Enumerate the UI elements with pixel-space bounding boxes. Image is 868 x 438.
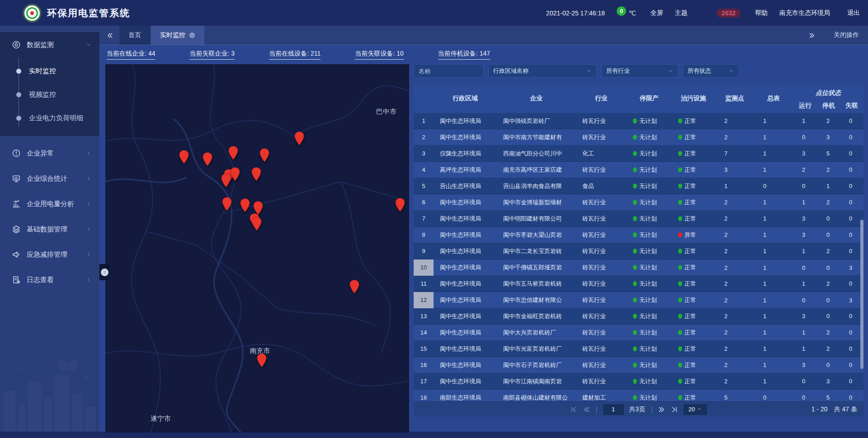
stat-label: 当前在线企业: [107, 50, 146, 57]
table-row[interactable]: 17 阆中生态环境局 阆中市江南镇阆南页岩 砖瓦行业 无计划 正常 2 1 0 … [414, 373, 863, 390]
row-number: 6 [414, 199, 434, 206]
last-page-icon[interactable] [671, 406, 678, 413]
cell-industry: 砖瓦行业 [576, 377, 627, 386]
map-pin-icon[interactable] [349, 279, 360, 294]
sidebar-subitem-label: 视频监控 [29, 90, 56, 99]
table-row[interactable]: 14 阆中生态环境局 阆中大兴页岩机砖厂 砖瓦行业 无计划 正常 2 1 1 2… [414, 325, 863, 341]
chevron-left-icon [86, 200, 91, 208]
tab-active[interactable]: 实时监控 [151, 26, 204, 45]
row-number: 10 [414, 259, 434, 276]
cell-industry: 建材加工 [576, 394, 627, 402]
name-filter[interactable] [414, 64, 484, 78]
exit-button[interactable]: 退出 [844, 9, 860, 17]
sidebar-item[interactable]: 企业综合统计 [0, 166, 99, 191]
cell-industry: 化工 [576, 150, 627, 158]
sidebar-item[interactable]: 企业异常 [0, 141, 99, 166]
status-dot-icon [633, 249, 637, 254]
org-selector[interactable]: 南充市生态环境局 [779, 9, 833, 17]
tab-close-icon[interactable] [189, 32, 195, 38]
map-pin-icon[interactable] [179, 150, 189, 164]
sidebar-subitem[interactable]: 企业电力负荷明细 [0, 106, 99, 130]
cell-halt: 1 [817, 183, 840, 189]
status-dot-icon [678, 330, 682, 335]
table-row[interactable]: 8 阆中生态环境局 阆中市枣碧大梁山页岩 砖瓦行业 无计划 异常 2 1 3 0… [414, 227, 863, 243]
map-pin-icon[interactable] [240, 198, 250, 212]
stat-label: 当前失联设备: [355, 50, 395, 57]
page-number-input[interactable] [603, 404, 624, 415]
cell-halt: 0 [817, 313, 840, 320]
sidebar-collapse-button[interactable] [99, 264, 109, 280]
table-row[interactable]: 6 阆中生态环境局 阆中市金博瑞新型墙材 砖瓦行业 无计划 正常 2 1 1 2… [414, 194, 863, 211]
notification-area[interactable]: 2632 [714, 9, 741, 18]
sidebar-item[interactable]: 应急减排管理 [0, 242, 99, 267]
cell-points: 5 [715, 394, 754, 401]
row-number: 4 [414, 166, 434, 173]
cell-facility-status: 正常 [672, 215, 715, 223]
cell-halt: 3 [817, 378, 840, 385]
industry-filter-select[interactable]: 所有行业 [601, 64, 678, 78]
table-row[interactable]: 16 阆中生态环境局 阆中市石子页岩机砖厂 砖瓦行业 无计划 正常 2 1 3 … [414, 357, 863, 373]
fullscreen-button[interactable]: 全屏 [648, 9, 663, 17]
map-pin-icon[interactable] [228, 146, 239, 160]
table-row[interactable]: 3 仪陇生态环境局 西南油气田分公司川中 化工 无计划 正常 7 1 3 5 0 [414, 146, 863, 162]
cell-facility-status: 正常 [672, 296, 715, 304]
sidebar-item[interactable]: 基础数据管理 [0, 217, 99, 242]
cell-points: 2 [715, 280, 754, 287]
help-button[interactable]: 帮助 [752, 9, 768, 17]
table-row[interactable]: 7 阆中生态环境局 阆中明阳建材有限公司 砖瓦行业 无计划 正常 2 1 3 0… [414, 211, 863, 227]
cell-stop-status: 无计划 [627, 312, 672, 320]
cell-stop-status: 无计划 [627, 264, 672, 272]
theme-button[interactable]: 主题 [675, 9, 690, 17]
map-pin-icon[interactable] [259, 148, 270, 163]
sidebar-item[interactable]: 数据监测 [0, 32, 99, 57]
map-pin-icon[interactable] [202, 152, 213, 166]
map-pin-icon[interactable] [222, 197, 232, 211]
sidebar-item[interactable]: 企业用电量分析 [0, 191, 99, 217]
table-row[interactable]: 13 阆中生态环境局 阆中市金福旺页岩机砖 砖瓦行业 无计划 正常 2 1 3 … [414, 308, 863, 325]
prev-page-icon[interactable] [583, 406, 590, 413]
table-row[interactable]: 1 阆中生态环境局 阆中强锐页岩砖厂 砖瓦行业 无计划 正常 2 1 1 2 0 [414, 113, 863, 129]
cell-halt: 0 [817, 264, 840, 271]
tab-label: 实时监控 [160, 31, 185, 39]
table-row[interactable]: 4 高坪生态环境局 南充市高坪区王家店建 砖瓦行业 无计划 正常 3 1 2 2… [414, 162, 863, 178]
table-row[interactable]: 15 阆中生态环境局 阆中市光富页岩机砖厂 砖瓦行业 无计划 正常 2 1 1 … [414, 341, 863, 357]
map-panel[interactable]: 巴中市南充市遂宁市 [105, 64, 409, 433]
cell-meters: 1 [754, 280, 793, 287]
table-row[interactable]: 10 阆中生态环境局 阆中千佛镇五郎垭页岩 砖瓦行业 无计划 正常 2 1 0 … [414, 259, 863, 276]
table-scrollbar[interactable] [860, 220, 863, 369]
chevron-down-icon [86, 41, 91, 49]
status-dot-icon [633, 135, 637, 140]
page-size-select[interactable]: 20 [684, 404, 707, 415]
first-page-icon[interactable] [570, 406, 577, 413]
table-row[interactable]: 9 阆中生态环境局 阆中市二龙长宝页岩砖 砖瓦行业 无计划 正常 2 1 1 2… [414, 243, 863, 259]
chevron-left-icon [86, 276, 91, 284]
cell-region: 阆中生态环境局 [434, 215, 497, 223]
table-row[interactable]: 2 阆中生态环境局 阆中市南方节能建材有 砖瓦行业 无计划 正常 2 1 0 3… [414, 129, 863, 146]
sidebar-item[interactable]: 日志查看 [0, 267, 99, 292]
map-pin-icon[interactable] [251, 217, 262, 231]
status-filter-select[interactable]: 所有状态 [683, 64, 739, 78]
sidebar-subitem[interactable]: 实时监控 [0, 59, 99, 83]
close-operations-button[interactable]: 关闭操作 [834, 31, 859, 39]
tabs-scroll-right-icon[interactable] [802, 32, 822, 39]
map-pin-icon[interactable] [395, 198, 406, 212]
stat-item: 当前停机设备:147 [438, 50, 490, 60]
tabs-scroll-left-icon[interactable] [99, 26, 119, 45]
map-pin-icon[interactable] [251, 167, 262, 181]
status-dot-icon [678, 379, 682, 384]
city-label: 遂宁市 [151, 414, 171, 423]
table-row[interactable]: 18 南部生态环境局 南部县砌体山建材有限公 建材加工 无计划 正常 5 0 0… [414, 390, 863, 401]
cell-region: 阆中生态环境局 [434, 312, 497, 320]
tab-item[interactable]: 首页 [119, 26, 150, 45]
status-dot-icon [678, 118, 682, 123]
table-row[interactable]: 12 阆中生态环境局 阆中市忠信建材有限公 砖瓦行业 无计划 正常 2 1 0 … [414, 292, 863, 308]
map-pin-icon[interactable] [221, 173, 231, 188]
map-pin-icon[interactable] [256, 353, 267, 367]
map-pin-icon[interactable] [294, 131, 305, 146]
region-filter-select[interactable]: 行政区域名称 [488, 64, 597, 78]
table-row[interactable]: 11 阆中生态环境局 阆中市五马桥页岩机砖 砖瓦行业 无计划 正常 2 1 1 … [414, 276, 863, 292]
table-row[interactable]: 5 营山生态环境局 营山县润丰肉食品有限 食品 无计划 正常 1 0 0 1 0 [414, 178, 863, 194]
name-filter-input[interactable] [419, 68, 479, 75]
next-page-icon[interactable] [658, 406, 665, 413]
sidebar-subitem[interactable]: 视频监控 [0, 83, 99, 106]
